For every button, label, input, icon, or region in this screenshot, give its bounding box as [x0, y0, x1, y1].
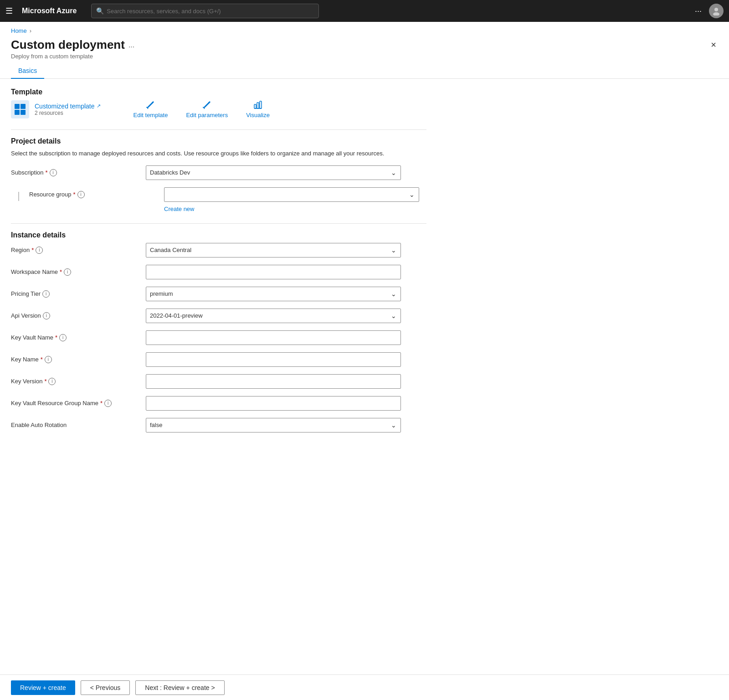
key-vault-name-input[interactable] — [146, 330, 401, 345]
key-name-required: * — [41, 356, 43, 363]
svg-rect-4 — [15, 110, 20, 115]
bottom-bar: Review + create < Previous Next : Review… — [0, 674, 729, 700]
resource-group-indent — [11, 187, 29, 201]
svg-rect-7 — [257, 103, 259, 108]
region-control: Canada Central — [146, 243, 401, 257]
pricing-tier-select-wrapper: premium — [146, 287, 401, 301]
subscription-row: Subscription * i Databricks Dev — [11, 165, 426, 180]
project-details-description: Select the subscription to manage deploy… — [11, 149, 426, 158]
key-vault-rg-info-icon[interactable]: i — [104, 400, 112, 407]
template-icon — [11, 100, 29, 118]
workspace-name-row: Workspace Name * i — [11, 265, 426, 279]
key-version-input[interactable] — [146, 374, 401, 389]
visualize-button[interactable]: Visualize — [246, 100, 270, 118]
section-divider-2 — [11, 223, 426, 224]
template-section: Template Customized template ↗ — [11, 88, 426, 118]
next-button[interactable]: Next : Review + create > — [135, 680, 224, 695]
region-select-wrapper: Canada Central — [146, 243, 401, 257]
key-name-control — [146, 352, 401, 367]
key-version-info-icon[interactable]: i — [48, 378, 56, 385]
breadcrumb: Home › — [0, 22, 729, 34]
workspace-name-control — [146, 265, 401, 279]
key-version-row: Key Version * i — [11, 374, 426, 389]
key-vault-name-control — [146, 330, 401, 345]
key-vault-name-info-icon[interactable]: i — [59, 334, 67, 341]
tabs-area: Basics — [0, 63, 729, 79]
api-version-info-icon[interactable]: i — [43, 312, 50, 319]
resource-group-select[interactable] — [164, 187, 419, 202]
enable-auto-rotation-control: false true — [146, 418, 401, 432]
template-card: Customized template ↗ 2 resources Edit t… — [11, 100, 426, 118]
region-label: Region * i — [11, 247, 139, 254]
search-bar[interactable]: 🔍 — [91, 4, 319, 18]
workspace-name-input[interactable] — [146, 265, 401, 279]
create-new-area: Create new — [164, 204, 426, 212]
pricing-tier-select[interactable]: premium — [146, 287, 401, 301]
template-link[interactable]: Customized template ↗ — [35, 103, 101, 110]
project-details-section: Project details Select the subscription … — [11, 137, 426, 212]
api-version-select[interactable]: 2022-04-01-preview — [146, 309, 401, 323]
svg-rect-8 — [260, 101, 262, 108]
page-header: Custom deployment ... Deploy from a cust… — [0, 34, 729, 60]
resource-group-info-icon[interactable]: i — [77, 191, 85, 198]
resource-group-control — [164, 187, 419, 202]
avatar[interactable] — [709, 4, 724, 18]
edit-template-button[interactable]: Edit template — [133, 100, 168, 118]
svg-rect-3 — [21, 104, 26, 109]
subscription-info-icon[interactable]: i — [50, 169, 57, 176]
page-options-icon[interactable]: ... — [128, 41, 134, 49]
region-info-icon[interactable]: i — [36, 247, 43, 254]
subscription-select-wrapper: Databricks Dev — [146, 165, 401, 180]
top-navigation: ☰ Microsoft Azure 🔍 ··· — [0, 0, 729, 22]
key-name-info-icon[interactable]: i — [45, 356, 52, 363]
nav-more-icon[interactable]: ··· — [695, 6, 702, 16]
pricing-tier-row: Pricing Tier i premium — [11, 287, 426, 301]
workspace-name-label: Workspace Name * i — [11, 268, 139, 276]
key-name-input[interactable] — [146, 352, 401, 367]
page-title-area: Custom deployment ... Deploy from a cust… — [11, 38, 134, 60]
subscription-select[interactable]: Databricks Dev — [146, 165, 401, 180]
key-vault-name-label: Key Vault Name * i — [11, 334, 139, 341]
svg-rect-2 — [15, 104, 20, 109]
indent-line — [18, 192, 19, 201]
workspace-name-info-icon[interactable]: i — [64, 268, 71, 276]
api-version-select-wrapper: 2022-04-01-preview — [146, 309, 401, 323]
subscription-control: Databricks Dev — [146, 165, 401, 180]
resource-group-select-wrapper — [164, 187, 419, 202]
api-version-control: 2022-04-01-preview — [146, 309, 401, 323]
review-create-button[interactable]: Review + create — [11, 680, 75, 695]
svg-rect-5 — [21, 110, 26, 115]
key-vault-rg-required: * — [100, 400, 103, 407]
resource-group-content: Resource group * i — [29, 187, 426, 212]
key-vault-rg-input[interactable] — [146, 396, 401, 411]
subscription-required: * — [46, 169, 48, 176]
instance-details-heading: Instance details — [11, 231, 426, 239]
close-button[interactable]: × — [709, 38, 718, 52]
previous-button[interactable]: < Previous — [81, 680, 130, 695]
resource-group-label: Resource group * i — [29, 191, 157, 198]
azure-logo: Microsoft Azure — [22, 7, 77, 15]
hamburger-menu[interactable]: ☰ — [5, 6, 13, 16]
key-vault-rg-control — [146, 396, 401, 411]
region-select[interactable]: Canada Central — [146, 243, 401, 257]
project-details-heading: Project details — [11, 137, 426, 145]
tab-basics[interactable]: Basics — [11, 63, 44, 79]
search-input[interactable] — [107, 8, 314, 15]
template-heading: Template — [11, 88, 426, 96]
enable-auto-rotation-select-wrapper: false true — [146, 418, 401, 432]
create-new-link[interactable]: Create new — [164, 206, 194, 212]
key-version-required: * — [44, 378, 46, 385]
breadcrumb-home[interactable]: Home — [11, 27, 27, 34]
edit-parameters-button[interactable]: Edit parameters — [186, 100, 228, 118]
pricing-tier-control: premium — [146, 287, 401, 301]
svg-point-1 — [713, 12, 719, 15]
pricing-tier-info-icon[interactable]: i — [42, 290, 50, 298]
key-version-label: Key Version * i — [11, 378, 139, 385]
enable-auto-rotation-select[interactable]: false true — [146, 418, 401, 432]
key-vault-name-row: Key Vault Name * i — [11, 330, 426, 345]
key-name-label: Key Name * i — [11, 356, 139, 363]
breadcrumb-separator: › — [30, 27, 31, 34]
key-version-control — [146, 374, 401, 389]
template-resources: 2 resources — [35, 110, 101, 116]
region-required: * — [31, 247, 34, 253]
